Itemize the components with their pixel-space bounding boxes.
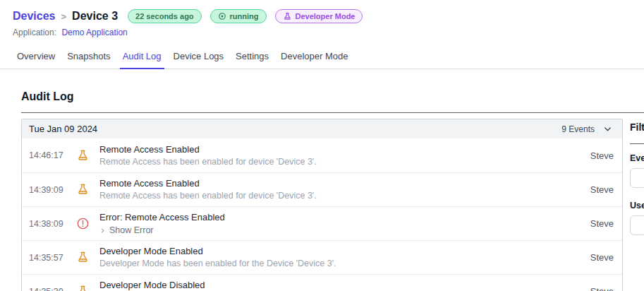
filters-panel: Filters Events User (630, 119, 644, 248)
tab-audit-log[interactable]: Audit Log (120, 44, 164, 69)
flask-icon (76, 183, 91, 196)
audit-row: 14:39:09 Remote Access Enabled Remote Ac… (22, 172, 622, 206)
filters-title: Filters (630, 121, 644, 133)
user-filter-input[interactable] (630, 215, 644, 235)
audit-log-table: Tue Jan 09 2024 9 Events 14:46:17 (21, 119, 623, 291)
event-user: Steve (590, 218, 615, 229)
event-title: Developer Mode Enabled (99, 246, 590, 256)
breadcrumb-current-device: Device 3 (72, 10, 118, 23)
event-time: 14:38:09 (29, 219, 68, 229)
application-row: Application: Demo Application (13, 28, 644, 37)
event-time: 14:35:30 (29, 287, 68, 291)
event-title: Developer Mode Disabled (99, 280, 590, 290)
event-title: Remote Access Enabled (99, 144, 590, 155)
flask-icon (76, 251, 91, 264)
device-header: Devices > Device 3 22 seconds ago runnin… (0, 0, 644, 37)
application-link[interactable]: Demo Application (61, 28, 127, 37)
status-badges: 22 seconds ago running Developer Mode (128, 9, 363, 23)
running-status-badge: running (210, 9, 267, 23)
tab-settings[interactable]: Settings (233, 44, 272, 69)
event-user: Steve (590, 286, 615, 291)
main-content: Audit Log Tue Jan 09 2024 9 Events 14:46… (0, 69, 644, 291)
developer-mode-badge: Developer Mode (275, 9, 363, 23)
device-detail-page: Devices > Device 3 22 seconds ago runnin… (0, 0, 644, 291)
user-filter-label: User (630, 201, 644, 210)
record-icon (218, 12, 226, 20)
tab-snapshots[interactable]: Snapshots (64, 44, 113, 69)
event-time: 14:39:09 (29, 185, 68, 195)
flask-icon (283, 12, 292, 21)
event-description: Developer Mode has been enabled for the … (99, 259, 590, 269)
tab-device-logs[interactable]: Device Logs (171, 44, 227, 69)
section-divider (21, 112, 644, 113)
show-error-label: Show Error (109, 225, 154, 235)
audit-row: 14:35:57 Developer Mode Enabled Develope… (22, 240, 622, 274)
last-seen-badge: 22 seconds ago (128, 9, 202, 23)
event-time: 14:35:57 (29, 253, 68, 263)
filters-divider (630, 143, 644, 144)
tab-overview[interactable]: Overview (14, 44, 58, 69)
flask-icon (76, 149, 91, 162)
flask-icon (76, 285, 91, 291)
events-filter-label: Events (630, 153, 644, 163)
error-icon (76, 217, 91, 230)
event-user: Steve (590, 184, 615, 195)
breadcrumb: Devices > Device 3 22 seconds ago runnin… (13, 9, 644, 23)
event-user: Steve (590, 150, 615, 161)
breadcrumb-devices-link[interactable]: Devices (13, 10, 56, 23)
event-title: Error: Remote Access Enabled (99, 212, 590, 222)
chevron-down-icon[interactable] (603, 124, 612, 133)
date-group-header[interactable]: Tue Jan 09 2024 9 Events (22, 119, 622, 138)
chevron-right-icon (99, 227, 106, 234)
events-count: 9 Events (561, 124, 595, 134)
application-label: Application: (13, 28, 56, 37)
tab-bar: Overview Snapshots Audit Log Device Logs… (0, 42, 644, 69)
page-title: Audit Log (21, 90, 644, 103)
developer-mode-badge-label: Developer Mode (296, 12, 356, 20)
event-title: Remote Access Enabled (99, 178, 590, 189)
last-seen-badge-label: 22 seconds ago (135, 12, 194, 20)
event-description: Remote Access has been enabled for devic… (99, 157, 590, 167)
date-group-label: Tue Jan 09 2024 (29, 124, 97, 134)
tab-developer-mode[interactable]: Developer Mode (278, 44, 351, 69)
event-time: 14:46:17 (29, 150, 68, 160)
events-filter-input[interactable] (630, 168, 644, 188)
event-user: Steve (590, 252, 615, 263)
show-error-toggle[interactable]: Show Error (99, 225, 590, 235)
breadcrumb-separator-icon: > (61, 11, 67, 22)
event-description: Remote Access has been enabled for devic… (99, 191, 590, 201)
audit-row: 14:35:30 Developer Mode Disabled Steve (22, 274, 622, 291)
audit-row-error: 14:38:09 Error: Remote Access Enabled Sh… (22, 206, 622, 240)
running-status-label: running (230, 12, 259, 20)
audit-row: 14:46:17 Remote Access Enabled Remote Ac… (22, 138, 622, 172)
